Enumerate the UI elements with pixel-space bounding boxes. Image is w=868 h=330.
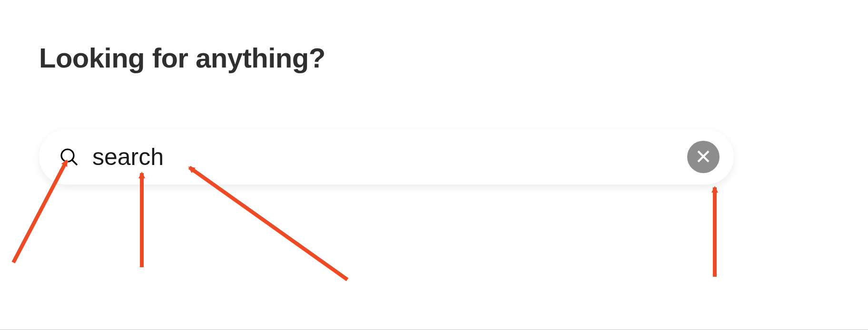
svg-line-1 xyxy=(72,160,77,165)
clear-search-button[interactable] xyxy=(687,141,720,173)
search-icon xyxy=(59,147,79,167)
page-heading: Looking for anything? xyxy=(39,42,326,74)
svg-point-0 xyxy=(61,149,74,162)
close-icon xyxy=(696,149,711,165)
search-input[interactable] xyxy=(92,143,687,171)
search-bar[interactable] xyxy=(39,129,734,184)
annotation-arrow-clear-button xyxy=(700,182,729,281)
